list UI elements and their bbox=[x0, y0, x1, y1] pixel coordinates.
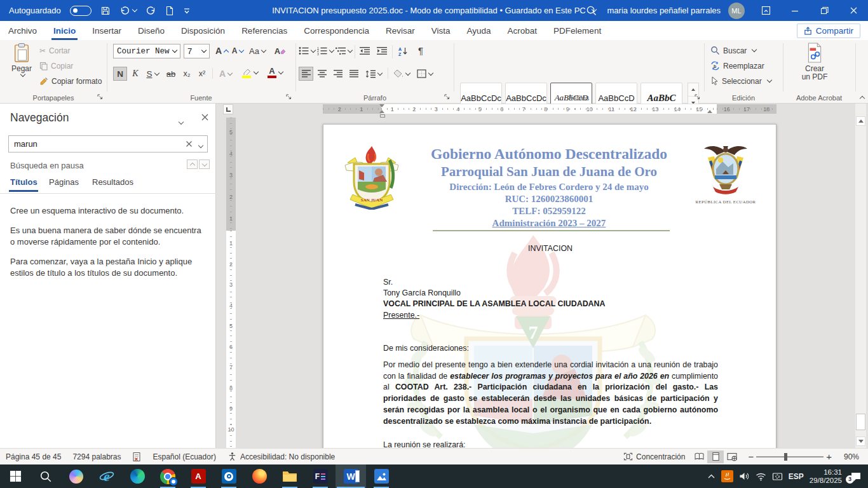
clipboard-dialog-launcher[interactable] bbox=[97, 93, 104, 101]
right-indent-marker[interactable] bbox=[707, 110, 712, 113]
decrease-indent-button[interactable] bbox=[357, 44, 372, 58]
bullet-list-button[interactable] bbox=[299, 44, 315, 58]
scrollbar-thumb[interactable] bbox=[856, 414, 865, 430]
taskbar-word-button[interactable]: W bbox=[336, 464, 366, 488]
accessibility-status[interactable]: Accesibilidad: No disponible bbox=[222, 449, 341, 464]
minimize-button[interactable] bbox=[780, 0, 810, 21]
document-page[interactable]: 7 SAN JUAN bbox=[323, 124, 776, 448]
increase-indent-button[interactable] bbox=[374, 44, 390, 58]
avatar[interactable]: ML bbox=[728, 3, 745, 19]
zoom-out-button[interactable]: − bbox=[740, 449, 756, 464]
hidden-icons-button[interactable] bbox=[707, 473, 715, 479]
font-family-select[interactable]: Courier New bbox=[113, 44, 180, 58]
save-button[interactable] bbox=[100, 6, 111, 16]
zoom-handle[interactable] bbox=[784, 453, 787, 461]
taskbar-chrome-button[interactable] bbox=[153, 464, 183, 488]
undo-button[interactable] bbox=[119, 6, 137, 16]
multilevel-list-button[interactable] bbox=[336, 44, 352, 58]
line-spacing-button[interactable] bbox=[364, 67, 383, 81]
customize-qat-button[interactable] bbox=[183, 7, 191, 15]
tab-archivo[interactable]: Archivo bbox=[0, 21, 45, 40]
superscript-button[interactable]: x² bbox=[195, 67, 209, 81]
close-button[interactable] bbox=[839, 0, 868, 21]
tab-pdfelement[interactable]: PDFelement bbox=[545, 21, 609, 40]
taskbar-edge-button[interactable] bbox=[122, 464, 153, 488]
tab-diseno[interactable]: Diseño bbox=[130, 21, 173, 40]
paste-button[interactable]: Pegar bbox=[6, 43, 37, 76]
tab-insertar[interactable]: Insertar bbox=[84, 21, 130, 40]
show-formatting-marks-button[interactable]: ¶ bbox=[414, 43, 428, 57]
print-layout-button[interactable] bbox=[707, 451, 724, 463]
hanging-indent-marker[interactable] bbox=[379, 110, 384, 113]
tab-titulos[interactable]: Títulos bbox=[10, 177, 37, 187]
tab-correspondencia[interactable]: Correspondencia bbox=[295, 21, 377, 40]
change-case-button[interactable]: Aa bbox=[248, 44, 267, 58]
create-pdf-button[interactable]: Crear un PDF bbox=[788, 43, 841, 81]
highlight-color-button[interactable] bbox=[239, 65, 261, 79]
italic-button[interactable]: K bbox=[129, 67, 142, 81]
tab-stop-selector[interactable] bbox=[223, 104, 233, 114]
first-line-indent-marker[interactable] bbox=[379, 104, 384, 107]
select-button[interactable]: Seleccionar bbox=[710, 76, 771, 86]
replace-button[interactable]: bReemplazar bbox=[710, 61, 764, 71]
tab-referencias[interactable]: Referencias bbox=[233, 21, 295, 40]
action-center-button[interactable]: 3 bbox=[850, 471, 862, 482]
keyboard-language[interactable]: ESP bbox=[789, 472, 804, 481]
clear-formatting-button[interactable]: A bbox=[272, 44, 288, 58]
new-document-button[interactable] bbox=[165, 6, 174, 16]
volume-icon[interactable] bbox=[739, 471, 750, 481]
taskbar-copilot-button[interactable] bbox=[61, 464, 92, 488]
taskbar-internet-explorer-button[interactable]: e bbox=[92, 464, 122, 488]
styles-dialog-launcher[interactable] bbox=[694, 93, 702, 101]
taskbar-search-button[interactable] bbox=[31, 464, 61, 488]
borders-button[interactable] bbox=[415, 67, 434, 81]
clock[interactable]: 16:3129/8/2025 bbox=[810, 468, 842, 485]
numbered-list-button[interactable]: 123 bbox=[317, 44, 334, 58]
restore-button[interactable] bbox=[810, 0, 839, 21]
zoom-level[interactable]: 90% bbox=[838, 449, 868, 464]
align-right-button[interactable] bbox=[330, 67, 345, 81]
taskbar-outlook-button[interactable] bbox=[214, 464, 244, 488]
zoom-in-button[interactable]: + bbox=[824, 449, 838, 464]
wifi-icon[interactable] bbox=[756, 472, 766, 481]
user-name[interactable]: maria lourdes peñafiel parrales bbox=[607, 6, 721, 15]
scroll-down-button[interactable] bbox=[856, 437, 865, 446]
language-indicator[interactable]: Español (Ecuador) bbox=[147, 449, 221, 464]
taskbar-file-explorer-button[interactable] bbox=[275, 464, 305, 488]
tab-vista[interactable]: Vista bbox=[423, 21, 459, 40]
search-input[interactable] bbox=[9, 139, 182, 149]
taskbar-f-app-button[interactable]: F bbox=[305, 464, 336, 488]
subscript-button[interactable]: x₂ bbox=[180, 67, 194, 81]
strikethrough-button[interactable]: ab bbox=[163, 67, 179, 81]
next-result-button[interactable] bbox=[199, 159, 210, 169]
pane-options-button[interactable] bbox=[177, 115, 183, 126]
cast-icon[interactable] bbox=[772, 472, 783, 481]
zoom-slider[interactable] bbox=[756, 452, 824, 461]
taskbar-firefox-button[interactable] bbox=[244, 464, 275, 488]
ribbon-display-options-button[interactable] bbox=[751, 0, 780, 21]
font-dialog-launcher[interactable] bbox=[285, 93, 293, 101]
tab-acrobat[interactable]: Acrobat bbox=[499, 21, 546, 40]
font-color-button[interactable]: A bbox=[264, 65, 286, 79]
bold-button[interactable]: N bbox=[113, 67, 127, 81]
vertical-scrollbar[interactable] bbox=[855, 104, 866, 448]
paragraph-dialog-launcher[interactable] bbox=[444, 93, 451, 101]
java-tray-icon[interactable] bbox=[721, 470, 733, 482]
search-icon[interactable] bbox=[581, 0, 602, 21]
tab-resultados[interactable]: Resultados bbox=[92, 177, 133, 187]
grow-font-button[interactable]: A bbox=[214, 44, 229, 58]
shrink-font-button[interactable]: A bbox=[231, 44, 245, 58]
vertical-ruler[interactable]: 54321 12345678910 bbox=[226, 118, 236, 448]
left-indent-marker[interactable] bbox=[380, 114, 385, 118]
taskbar-acrobat-button[interactable]: A bbox=[183, 464, 214, 488]
focus-mode-button[interactable]: Concentración bbox=[618, 449, 691, 464]
word-count[interactable]: 7294 palabras bbox=[67, 449, 126, 464]
collapse-ribbon-button[interactable] bbox=[858, 93, 864, 102]
redo-button[interactable] bbox=[146, 6, 156, 16]
clear-search-button[interactable] bbox=[182, 140, 196, 147]
search-options-button[interactable] bbox=[196, 139, 207, 150]
shading-button[interactable] bbox=[392, 67, 411, 81]
find-button[interactable]: Buscar bbox=[710, 46, 756, 55]
underline-button[interactable]: S bbox=[143, 67, 162, 81]
tab-paginas[interactable]: Páginas bbox=[49, 177, 79, 187]
